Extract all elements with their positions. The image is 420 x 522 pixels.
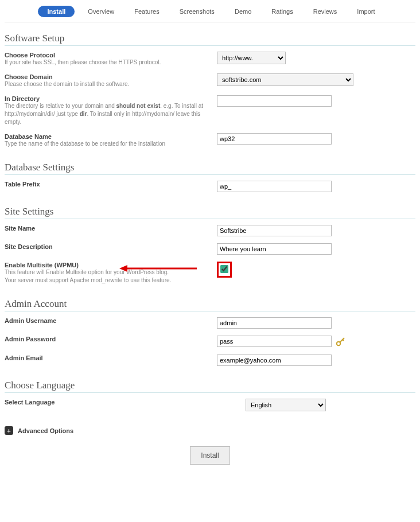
- section-choose-language: Choose Language: [5, 380, 415, 393]
- multisite-checkbox[interactable]: [220, 265, 228, 273]
- advanced-options-toggle[interactable]: + Advanced Options: [5, 426, 415, 435]
- sitedesc-label: Site Description: [5, 243, 211, 250]
- protocol-label: Choose Protocol: [5, 52, 211, 59]
- tab-screenshots[interactable]: Screenshots: [173, 6, 221, 17]
- admin-pass-input[interactable]: [217, 336, 332, 347]
- domain-help: Please choose the domain to install the …: [5, 80, 211, 88]
- tab-demo[interactable]: Demo: [228, 6, 258, 17]
- tab-install[interactable]: Install: [38, 6, 75, 17]
- section-database-settings: Database Settings: [5, 162, 415, 175]
- tab-overview[interactable]: Overview: [81, 6, 121, 17]
- tab-ratings[interactable]: Ratings: [265, 6, 300, 17]
- lang-select[interactable]: English: [246, 399, 326, 411]
- section-site-settings: Site Settings: [5, 206, 415, 219]
- sitedesc-input[interactable]: [217, 243, 332, 255]
- domain-label: Choose Domain: [5, 73, 211, 80]
- directory-input[interactable]: [217, 95, 332, 107]
- lang-label: Select Language: [5, 399, 211, 406]
- multisite-highlight-box: [217, 262, 232, 278]
- plus-icon: +: [5, 426, 13, 435]
- admin-user-label: Admin Username: [5, 317, 211, 324]
- admin-pass-label: Admin Password: [5, 336, 211, 342]
- directory-label: In Directory: [5, 95, 211, 102]
- dbname-input[interactable]: [217, 133, 332, 145]
- protocol-select[interactable]: http://www.: [217, 52, 286, 64]
- svg-marker-1: [119, 265, 127, 272]
- admin-email-input[interactable]: [217, 355, 332, 366]
- section-admin-account: Admin Account: [5, 298, 415, 311]
- advanced-options-label: Advanced Options: [18, 427, 73, 434]
- svg-line-4: [343, 340, 344, 341]
- dbname-help: Type the name of the database to be crea…: [5, 140, 211, 148]
- key-icon[interactable]: [336, 336, 346, 348]
- admin-email-label: Admin Email: [5, 355, 211, 361]
- admin-user-input[interactable]: [217, 317, 332, 329]
- multisite-help2: Your server must support Apache mod_rewr…: [5, 276, 211, 285]
- prefix-input[interactable]: [217, 181, 332, 192]
- tab-bar: Install Overview Features Screenshots De…: [5, 0, 415, 22]
- sitename-input[interactable]: [217, 225, 332, 236]
- prefix-label: Table Prefix: [5, 181, 211, 188]
- tab-features[interactable]: Features: [127, 6, 166, 17]
- protocol-help: If your site has SSL, then please choose…: [5, 59, 211, 67]
- section-software-setup: Software Setup: [5, 33, 415, 46]
- dbname-label: Database Name: [5, 133, 211, 140]
- arrow-annotation-icon: [119, 263, 205, 274]
- tab-import[interactable]: Import: [350, 6, 382, 17]
- tab-reviews[interactable]: Reviews: [306, 6, 344, 17]
- install-button[interactable]: Install: [190, 446, 230, 465]
- sitename-label: Site Name: [5, 225, 211, 232]
- domain-select[interactable]: softstribe.com: [217, 73, 353, 86]
- directory-help: The directory is relative to your domain…: [5, 102, 211, 126]
